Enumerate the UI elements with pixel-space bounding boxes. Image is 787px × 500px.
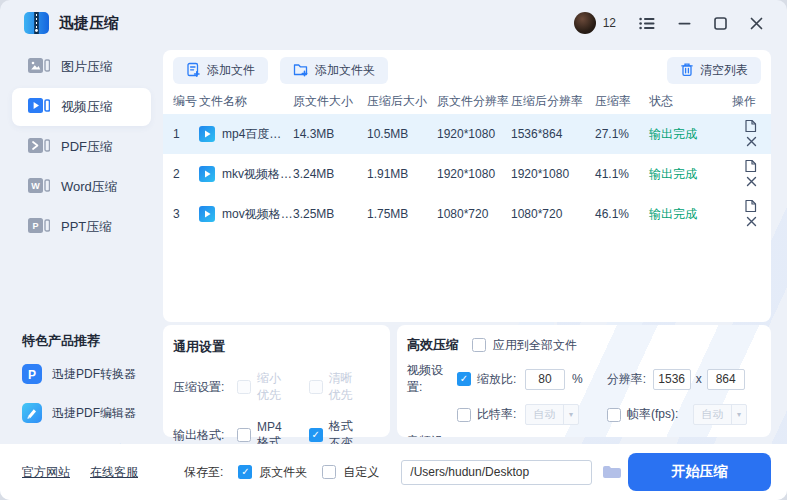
footer-links: 官方网站 在线客服 xyxy=(22,464,138,481)
mp4-format-checkbox[interactable] xyxy=(237,428,251,442)
pdf-compress-icon xyxy=(28,137,50,157)
keep-format-checkbox[interactable]: ✓ xyxy=(309,428,323,442)
start-compress-button[interactable]: 开始压缩 xyxy=(628,453,771,491)
product-pdf-converter[interactable]: P 迅捷PDF转换器 xyxy=(0,359,163,389)
cell-status: 输出完成 xyxy=(649,166,709,183)
ppt-compress-icon: P xyxy=(28,217,50,237)
minimize-icon[interactable] xyxy=(678,17,691,30)
add-folder-button[interactable]: 添加文件夹 xyxy=(280,57,388,84)
close-icon[interactable] xyxy=(750,17,763,30)
remove-file-icon[interactable] xyxy=(746,136,757,150)
scale-label: 缩放比: xyxy=(477,371,525,388)
sidebar-item-label: PDF压缩 xyxy=(61,138,113,156)
clear-list-label: 清空列表 xyxy=(700,62,748,79)
cell-status: 输出完成 xyxy=(649,206,709,223)
advanced-settings-panel: 高效压缩 应用到全部文件 视频设置: ✓ 缩放比: % 分辨率: x 比特率: … xyxy=(397,325,771,437)
sidebar-item-label: PPT压缩 xyxy=(61,218,112,236)
video-compress-icon xyxy=(28,97,50,117)
add-folder-label: 添加文件夹 xyxy=(315,62,375,79)
sidebar-item-image-compress[interactable]: 图片压缩 xyxy=(12,48,151,86)
col-header-comp-res: 压缩后分辨率 xyxy=(511,93,595,110)
table-header-row: 编号 文件名称 原文件大小 压缩后大小 原文件分辨率 压缩后分辨率 压缩率 状态… xyxy=(163,88,771,114)
file-list-panel: 添加文件 添加文件夹 xyxy=(163,50,771,322)
col-header-ops: 操作 xyxy=(709,93,761,110)
resolution-height-input[interactable] xyxy=(707,369,745,390)
clear-list-button[interactable]: 清空列表 xyxy=(667,57,761,84)
advanced-title: 高效压缩 xyxy=(407,336,459,354)
products-header: 特色产品推荐 xyxy=(0,332,163,350)
cell-no: 3 xyxy=(173,207,199,221)
fps-checkbox[interactable] xyxy=(607,408,621,422)
svg-text:W: W xyxy=(31,181,40,191)
resolution-width-input[interactable] xyxy=(653,369,691,390)
sidebar-item-pdf-compress[interactable]: PDF压缩 xyxy=(12,128,151,166)
user-avatar[interactable] xyxy=(574,12,596,34)
col-header-comp-size: 压缩后大小 xyxy=(367,93,437,110)
save-location-row: 保存至: ✓ 原文件夹 自定义 xyxy=(184,460,622,485)
product-pdf-editor[interactable]: 迅捷PDF编辑器 xyxy=(0,398,163,428)
pdf-converter-icon: P xyxy=(22,364,42,384)
col-header-ratio: 压缩率 xyxy=(595,93,649,110)
cell-ratio: 46.1% xyxy=(595,207,649,221)
cell-orig-size: 14.3MB xyxy=(293,127,367,141)
remove-file-icon[interactable] xyxy=(746,176,757,190)
cell-comp-size: 10.5MB xyxy=(367,127,437,141)
scale-input[interactable] xyxy=(525,369,565,390)
chevron-down-icon: ▾ xyxy=(563,405,578,424)
open-file-icon[interactable] xyxy=(744,199,757,216)
table-row[interactable]: 3 mov视频格… 3.25MB 1.75MB 1080*720 1080*72… xyxy=(163,194,771,234)
open-file-icon[interactable] xyxy=(744,159,757,176)
sidebar-item-label: 图片压缩 xyxy=(61,58,113,76)
trash-icon xyxy=(680,62,694,80)
app-window: 迅捷压缩 12 xyxy=(0,0,787,500)
remove-file-icon[interactable] xyxy=(746,216,757,230)
cell-comp-res: 1920*1080 xyxy=(511,167,595,181)
original-folder-label: 原文件夹 xyxy=(259,464,307,481)
fps-select: 自动 ▾ xyxy=(693,404,747,425)
app-logo-zip-icon xyxy=(24,12,49,34)
add-file-icon xyxy=(186,62,201,80)
add-file-button[interactable]: 添加文件 xyxy=(173,57,268,84)
cell-no: 1 xyxy=(173,127,199,141)
select-value: 自动 xyxy=(694,405,731,424)
original-folder-checkbox[interactable]: ✓ xyxy=(238,465,252,479)
official-website-link[interactable]: 官方网站 xyxy=(22,464,70,481)
video-bitrate-label: 比特率: xyxy=(477,406,525,423)
file-toolbar: 添加文件 添加文件夹 xyxy=(163,50,771,88)
sidebar: 图片压缩 视频压缩 PDF压缩 xyxy=(0,46,163,248)
percent-sign: % xyxy=(572,372,583,386)
table-row[interactable]: 1 mp4百度… 14.3MB 10.5MB 1920*1080 1536*86… xyxy=(163,114,771,154)
apply-all-checkbox[interactable] xyxy=(472,338,486,352)
apply-all-option[interactable]: 应用到全部文件 xyxy=(472,337,577,354)
online-support-link[interactable]: 在线客服 xyxy=(90,464,138,481)
general-settings-panel: 通用设置 压缩设置: 缩小优先 清晰优先 输出格式: MP4格式 ✓ 格式不变 xyxy=(163,325,390,437)
save-path-input[interactable] xyxy=(401,460,592,485)
add-folder-icon xyxy=(293,62,309,80)
fps-label: 帧率(fps): xyxy=(627,406,693,423)
table-row[interactable]: 2 mkv视频格… 3.24MB 1.91MB 1920*1080 1920*1… xyxy=(163,154,771,194)
compress-setting-label: 压缩设置: xyxy=(173,379,237,396)
scale-checkbox[interactable]: ✓ xyxy=(457,372,471,386)
maximize-icon[interactable] xyxy=(714,17,727,30)
col-header-orig-size: 原文件大小 xyxy=(293,93,367,110)
bottom-bar: 官方网站 在线客服 保存至: ✓ 原文件夹 自定义 开始压缩 xyxy=(0,444,787,500)
cell-ratio: 41.1% xyxy=(595,167,649,181)
col-header-status: 状态 xyxy=(649,93,709,110)
cell-no: 2 xyxy=(173,167,199,181)
custom-folder-checkbox[interactable] xyxy=(322,465,336,479)
cell-comp-size: 1.75MB xyxy=(367,207,437,221)
resolution-x-separator: x xyxy=(696,372,702,386)
menu-list-icon[interactable] xyxy=(639,17,655,30)
sidebar-item-video-compress[interactable]: 视频压缩 xyxy=(12,88,151,126)
sidebar-item-word-compress[interactable]: W Word压缩 xyxy=(12,168,151,206)
open-file-icon[interactable] xyxy=(744,119,757,136)
sidebar-item-ppt-compress[interactable]: P PPT压缩 xyxy=(12,208,151,246)
cell-comp-res: 1536*864 xyxy=(511,127,595,141)
option-label: 缩小优先 xyxy=(257,370,291,404)
audio-settings-label: 音频设置: xyxy=(407,433,457,437)
product-label: 迅捷PDF编辑器 xyxy=(52,405,136,422)
titlebar: 迅捷压缩 12 xyxy=(0,0,787,46)
browse-folder-icon[interactable] xyxy=(602,464,622,480)
cell-orig-res: 1920*1080 xyxy=(437,127,511,141)
video-bitrate-checkbox[interactable] xyxy=(457,408,471,422)
